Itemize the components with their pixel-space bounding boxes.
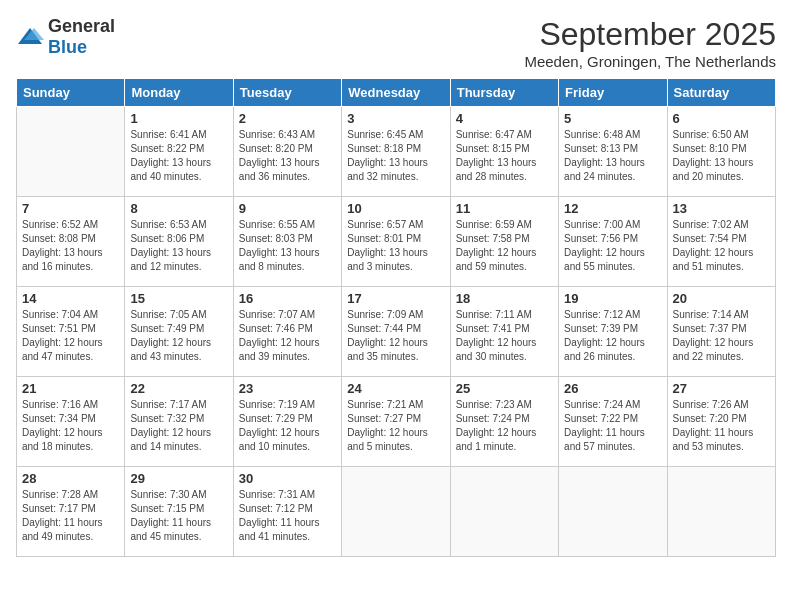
day-info: Sunrise: 7:07 AM Sunset: 7:46 PM Dayligh… (239, 308, 336, 364)
calendar-cell: 18Sunrise: 7:11 AM Sunset: 7:41 PM Dayli… (450, 287, 558, 377)
calendar-cell (667, 467, 775, 557)
day-info: Sunrise: 6:55 AM Sunset: 8:03 PM Dayligh… (239, 218, 336, 274)
calendar-cell: 2Sunrise: 6:43 AM Sunset: 8:20 PM Daylig… (233, 107, 341, 197)
calendar-cell: 6Sunrise: 6:50 AM Sunset: 8:10 PM Daylig… (667, 107, 775, 197)
calendar-cell: 4Sunrise: 6:47 AM Sunset: 8:15 PM Daylig… (450, 107, 558, 197)
header-friday: Friday (559, 79, 667, 107)
day-number: 20 (673, 291, 770, 306)
day-info: Sunrise: 6:41 AM Sunset: 8:22 PM Dayligh… (130, 128, 227, 184)
header-wednesday: Wednesday (342, 79, 450, 107)
header-sunday: Sunday (17, 79, 125, 107)
calendar-cell: 5Sunrise: 6:48 AM Sunset: 8:13 PM Daylig… (559, 107, 667, 197)
day-info: Sunrise: 7:17 AM Sunset: 7:32 PM Dayligh… (130, 398, 227, 454)
calendar-cell: 27Sunrise: 7:26 AM Sunset: 7:20 PM Dayli… (667, 377, 775, 467)
calendar-cell: 15Sunrise: 7:05 AM Sunset: 7:49 PM Dayli… (125, 287, 233, 377)
day-info: Sunrise: 7:28 AM Sunset: 7:17 PM Dayligh… (22, 488, 119, 544)
calendar-cell: 11Sunrise: 6:59 AM Sunset: 7:58 PM Dayli… (450, 197, 558, 287)
calendar-cell (559, 467, 667, 557)
day-number: 15 (130, 291, 227, 306)
day-info: Sunrise: 7:12 AM Sunset: 7:39 PM Dayligh… (564, 308, 661, 364)
day-info: Sunrise: 7:31 AM Sunset: 7:12 PM Dayligh… (239, 488, 336, 544)
day-number: 21 (22, 381, 119, 396)
calendar-cell: 13Sunrise: 7:02 AM Sunset: 7:54 PM Dayli… (667, 197, 775, 287)
title-block: September 2025 Meeden, Groningen, The Ne… (524, 16, 776, 70)
calendar-cell: 19Sunrise: 7:12 AM Sunset: 7:39 PM Dayli… (559, 287, 667, 377)
day-info: Sunrise: 7:30 AM Sunset: 7:15 PM Dayligh… (130, 488, 227, 544)
day-info: Sunrise: 7:16 AM Sunset: 7:34 PM Dayligh… (22, 398, 119, 454)
logo-blue: Blue (48, 37, 87, 57)
day-number: 19 (564, 291, 661, 306)
calendar-cell: 26Sunrise: 7:24 AM Sunset: 7:22 PM Dayli… (559, 377, 667, 467)
day-number: 1 (130, 111, 227, 126)
calendar-week-2: 7Sunrise: 6:52 AM Sunset: 8:08 PM Daylig… (17, 197, 776, 287)
day-info: Sunrise: 7:14 AM Sunset: 7:37 PM Dayligh… (673, 308, 770, 364)
calendar-week-1: 1Sunrise: 6:41 AM Sunset: 8:22 PM Daylig… (17, 107, 776, 197)
calendar-week-3: 14Sunrise: 7:04 AM Sunset: 7:51 PM Dayli… (17, 287, 776, 377)
day-number: 6 (673, 111, 770, 126)
day-info: Sunrise: 7:24 AM Sunset: 7:22 PM Dayligh… (564, 398, 661, 454)
calendar-cell: 14Sunrise: 7:04 AM Sunset: 7:51 PM Dayli… (17, 287, 125, 377)
day-info: Sunrise: 6:45 AM Sunset: 8:18 PM Dayligh… (347, 128, 444, 184)
day-number: 5 (564, 111, 661, 126)
day-number: 4 (456, 111, 553, 126)
day-info: Sunrise: 6:53 AM Sunset: 8:06 PM Dayligh… (130, 218, 227, 274)
calendar-cell: 25Sunrise: 7:23 AM Sunset: 7:24 PM Dayli… (450, 377, 558, 467)
day-info: Sunrise: 7:26 AM Sunset: 7:20 PM Dayligh… (673, 398, 770, 454)
day-info: Sunrise: 6:47 AM Sunset: 8:15 PM Dayligh… (456, 128, 553, 184)
day-info: Sunrise: 7:19 AM Sunset: 7:29 PM Dayligh… (239, 398, 336, 454)
day-number: 2 (239, 111, 336, 126)
calendar-cell: 7Sunrise: 6:52 AM Sunset: 8:08 PM Daylig… (17, 197, 125, 287)
calendar-cell: 24Sunrise: 7:21 AM Sunset: 7:27 PM Dayli… (342, 377, 450, 467)
calendar-cell: 9Sunrise: 6:55 AM Sunset: 8:03 PM Daylig… (233, 197, 341, 287)
day-number: 22 (130, 381, 227, 396)
calendar-cell: 1Sunrise: 6:41 AM Sunset: 8:22 PM Daylig… (125, 107, 233, 197)
day-number: 26 (564, 381, 661, 396)
day-number: 13 (673, 201, 770, 216)
day-number: 10 (347, 201, 444, 216)
header-monday: Monday (125, 79, 233, 107)
day-info: Sunrise: 7:05 AM Sunset: 7:49 PM Dayligh… (130, 308, 227, 364)
logo: General Blue (16, 16, 115, 58)
day-number: 30 (239, 471, 336, 486)
calendar-cell: 29Sunrise: 7:30 AM Sunset: 7:15 PM Dayli… (125, 467, 233, 557)
calendar-cell: 20Sunrise: 7:14 AM Sunset: 7:37 PM Dayli… (667, 287, 775, 377)
day-info: Sunrise: 6:57 AM Sunset: 8:01 PM Dayligh… (347, 218, 444, 274)
calendar-cell: 28Sunrise: 7:28 AM Sunset: 7:17 PM Dayli… (17, 467, 125, 557)
day-number: 25 (456, 381, 553, 396)
day-number: 8 (130, 201, 227, 216)
calendar-cell: 10Sunrise: 6:57 AM Sunset: 8:01 PM Dayli… (342, 197, 450, 287)
day-number: 24 (347, 381, 444, 396)
page-header: General Blue September 2025 Meeden, Gron… (16, 16, 776, 70)
calendar-week-5: 28Sunrise: 7:28 AM Sunset: 7:17 PM Dayli… (17, 467, 776, 557)
day-info: Sunrise: 7:02 AM Sunset: 7:54 PM Dayligh… (673, 218, 770, 274)
day-number: 7 (22, 201, 119, 216)
calendar-cell: 22Sunrise: 7:17 AM Sunset: 7:32 PM Dayli… (125, 377, 233, 467)
calendar-cell: 30Sunrise: 7:31 AM Sunset: 7:12 PM Dayli… (233, 467, 341, 557)
day-info: Sunrise: 6:43 AM Sunset: 8:20 PM Dayligh… (239, 128, 336, 184)
day-number: 17 (347, 291, 444, 306)
logo-icon (16, 26, 44, 48)
header-saturday: Saturday (667, 79, 775, 107)
day-number: 12 (564, 201, 661, 216)
calendar-cell (17, 107, 125, 197)
day-info: Sunrise: 6:50 AM Sunset: 8:10 PM Dayligh… (673, 128, 770, 184)
location: Meeden, Groningen, The Netherlands (524, 53, 776, 70)
calendar-cell: 3Sunrise: 6:45 AM Sunset: 8:18 PM Daylig… (342, 107, 450, 197)
month-year: September 2025 (524, 16, 776, 53)
day-number: 27 (673, 381, 770, 396)
day-number: 11 (456, 201, 553, 216)
calendar-header-row: SundayMondayTuesdayWednesdayThursdayFrid… (17, 79, 776, 107)
day-info: Sunrise: 7:21 AM Sunset: 7:27 PM Dayligh… (347, 398, 444, 454)
day-info: Sunrise: 7:11 AM Sunset: 7:41 PM Dayligh… (456, 308, 553, 364)
day-number: 9 (239, 201, 336, 216)
calendar-week-4: 21Sunrise: 7:16 AM Sunset: 7:34 PM Dayli… (17, 377, 776, 467)
calendar-cell: 17Sunrise: 7:09 AM Sunset: 7:44 PM Dayli… (342, 287, 450, 377)
day-info: Sunrise: 7:00 AM Sunset: 7:56 PM Dayligh… (564, 218, 661, 274)
day-number: 29 (130, 471, 227, 486)
calendar-cell: 16Sunrise: 7:07 AM Sunset: 7:46 PM Dayli… (233, 287, 341, 377)
calendar-cell (450, 467, 558, 557)
day-number: 3 (347, 111, 444, 126)
day-info: Sunrise: 6:59 AM Sunset: 7:58 PM Dayligh… (456, 218, 553, 274)
day-info: Sunrise: 7:09 AM Sunset: 7:44 PM Dayligh… (347, 308, 444, 364)
day-info: Sunrise: 6:48 AM Sunset: 8:13 PM Dayligh… (564, 128, 661, 184)
